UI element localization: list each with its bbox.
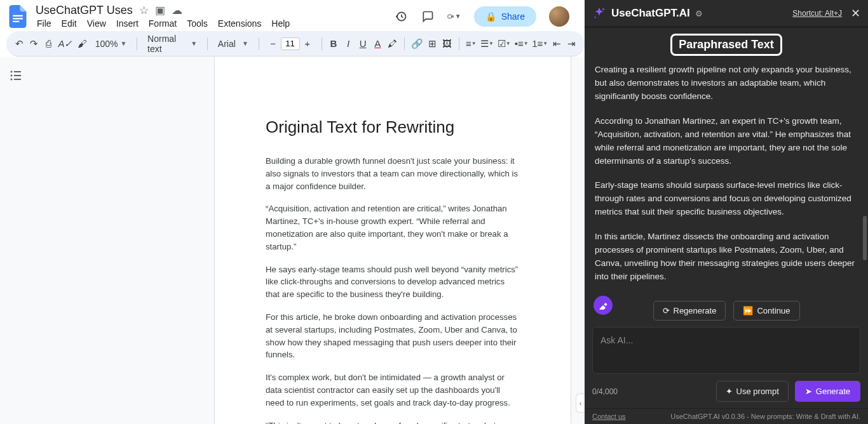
font-size-input[interactable]: 11 [281, 37, 300, 50]
meet-icon[interactable]: ▼ [447, 10, 461, 23]
doc-paragraph[interactable]: It's complex work, but don't be intimida… [266, 371, 520, 409]
align-button[interactable]: ≡▼ [466, 36, 477, 51]
svg-point-5 [11, 71, 13, 73]
comments-icon[interactable] [421, 10, 435, 23]
doc-heading[interactable]: Original Text for Rewriting [266, 117, 520, 137]
google-docs-app: UseChatGPT Uses ☆ ▣ ☁ File Edit View Ins… [0, 0, 585, 424]
panel-header: UseChatGPT.AI ⚙ Shortcut: Alt+J ✕ [585, 0, 868, 27]
regenerate-label: Regenerate [674, 306, 717, 315]
use-prompt-button[interactable]: ✦ Use prompt [716, 381, 789, 402]
menu-file[interactable]: File [37, 18, 51, 29]
insert-image-icon[interactable]: 🖼 [442, 36, 452, 51]
print-icon[interactable]: ⎙ [43, 36, 54, 51]
panel-scrollbar[interactable] [863, 38, 867, 305]
star-icon[interactable]: ☆ [139, 4, 149, 17]
numbered-list-button[interactable]: 1≡▼ [532, 36, 548, 51]
continue-button[interactable]: ⏩ Continue [733, 301, 799, 321]
move-icon[interactable]: ▣ [155, 4, 165, 17]
continue-label: Continue [757, 306, 790, 315]
panel-title: UseChatGPT.AI [611, 7, 690, 20]
doc-paragraph[interactable]: For this article, he broke down onboardi… [266, 311, 520, 361]
settings-icon[interactable]: ⚙ [695, 9, 703, 18]
menubar: File Edit View Insert Format Tools Exten… [36, 18, 290, 29]
paint-format-icon[interactable]: 🖌 [76, 36, 87, 51]
send-icon: ➤ [805, 387, 812, 396]
svg-point-9 [11, 79, 13, 81]
svg-rect-8 [14, 75, 21, 76]
menu-help[interactable]: Help [271, 18, 290, 29]
redo-icon[interactable]: ↷ [29, 36, 39, 51]
regenerate-button[interactable]: ⟳ Regenerate [653, 301, 726, 321]
font-size-increase[interactable]: + [300, 36, 315, 51]
close-icon[interactable]: ✕ [851, 6, 860, 20]
doc-title[interactable]: UseChatGPT Uses [36, 4, 133, 17]
doc-paragraph[interactable]: “This isn't meant to be a teardown of ea… [266, 420, 520, 424]
titlebar: UseChatGPT Uses ☆ ▣ ☁ File Edit View Ins… [0, 0, 585, 29]
highlight-button[interactable]: 🖍 [387, 36, 398, 51]
indent-increase-button[interactable]: ⇥ [566, 36, 577, 51]
panel-collapse-icon[interactable]: ‹ [576, 394, 585, 413]
refresh-icon: ⟳ [663, 306, 670, 315]
use-prompt-label: Use prompt [736, 387, 779, 396]
menu-insert[interactable]: Insert [116, 18, 139, 29]
menu-tools[interactable]: Tools [187, 18, 208, 29]
generate-label: Generate [816, 387, 850, 396]
checklist-button[interactable]: ☑▼ [498, 36, 511, 51]
text-color-button[interactable]: A [372, 36, 383, 51]
page: Original Text for Rewriting Building a d… [215, 56, 571, 424]
avatar[interactable] [549, 6, 569, 27]
generate-button[interactable]: ➤ Generate [795, 381, 860, 402]
svg-rect-0 [13, 15, 23, 16]
history-icon[interactable] [394, 10, 408, 23]
outline-toggle-icon[interactable] [8, 68, 29, 88]
svg-rect-4 [447, 15, 451, 18]
panel-content[interactable]: Creating a resilient growth pipeline not… [585, 60, 868, 295]
paragraph-style-select[interactable]: Normal text▼ [144, 34, 201, 54]
font-size-stepper: − 11 + [266, 36, 315, 51]
insert-comment-icon[interactable]: ⊞ [427, 36, 438, 51]
doc-paragraph[interactable]: Building a durable growth funnel doesn't… [266, 155, 520, 192]
titlebar-right: ▼ 🔒 Share [394, 6, 578, 27]
usechatgpt-panel: ‹ UseChatGPT.AI ⚙ Shortcut: Alt+J ✕ Para… [585, 0, 868, 424]
panel-paragraph: According to Jonathan Martinez, an exper… [595, 115, 858, 168]
italic-button[interactable]: I [342, 36, 353, 51]
menu-view[interactable]: View [87, 18, 106, 29]
font-select[interactable]: Arial▼ [214, 39, 252, 49]
spellcheck-icon[interactable]: A✓ [58, 36, 72, 51]
bulleted-list-button[interactable]: •≡▼ [515, 36, 529, 51]
ask-ai-input[interactable] [592, 327, 860, 374]
doc-paragraph[interactable]: “Acquisition, activation and retention a… [266, 202, 520, 253]
panel-paragraph: Creating a resilient growth pipeline not… [595, 63, 858, 103]
font-size-decrease[interactable]: − [266, 36, 281, 51]
menu-extensions[interactable]: Extensions [218, 18, 261, 29]
editor-body: Original Text for Rewriting Building a d… [0, 56, 585, 424]
panel-logo-icon [592, 6, 606, 20]
contact-link[interactable]: Contact us [592, 413, 626, 420]
underline-button[interactable]: U [358, 36, 369, 51]
insert-link-icon[interactable]: 🔗 [411, 36, 423, 51]
share-button[interactable]: 🔒 Share [474, 6, 536, 27]
svg-rect-1 [13, 18, 23, 19]
undo-icon[interactable]: ↶ [14, 36, 25, 51]
version-text: UseChatGPT.AI v0.0.36 - New prompts: Wri… [670, 413, 860, 420]
result-badge: Paraphrased Text [670, 34, 782, 56]
svg-rect-10 [14, 79, 21, 80]
docs-logo-icon[interactable] [6, 5, 29, 28]
scrollbar-thumb[interactable] [863, 216, 867, 260]
panel-paragraph: In this article, Martinez dissects the o… [595, 230, 858, 284]
doc-paragraph[interactable]: He says early-stage teams should push we… [266, 263, 520, 301]
svg-rect-6 [14, 71, 21, 72]
zoom-select[interactable]: 100%▼ [92, 39, 131, 49]
char-counter: 0/4,000 [592, 387, 618, 396]
menu-format[interactable]: Format [149, 18, 177, 29]
panel-footer: Contact us UseChatGPT.AI v0.0.36 - New p… [585, 408, 868, 424]
menu-edit[interactable]: Edit [62, 18, 77, 29]
svg-point-12 [594, 17, 595, 18]
indent-decrease-button[interactable]: ⇤ [552, 36, 562, 51]
bold-button[interactable]: B [328, 36, 339, 51]
svg-rect-2 [13, 20, 19, 22]
shortcut-label[interactable]: Shortcut: Alt+J [792, 9, 842, 18]
page-canvas[interactable]: Original Text for Rewriting Building a d… [37, 56, 585, 424]
title-wrap: UseChatGPT Uses ☆ ▣ ☁ File Edit View Ins… [36, 4, 290, 29]
line-spacing-button[interactable]: ☰▼ [480, 36, 494, 51]
